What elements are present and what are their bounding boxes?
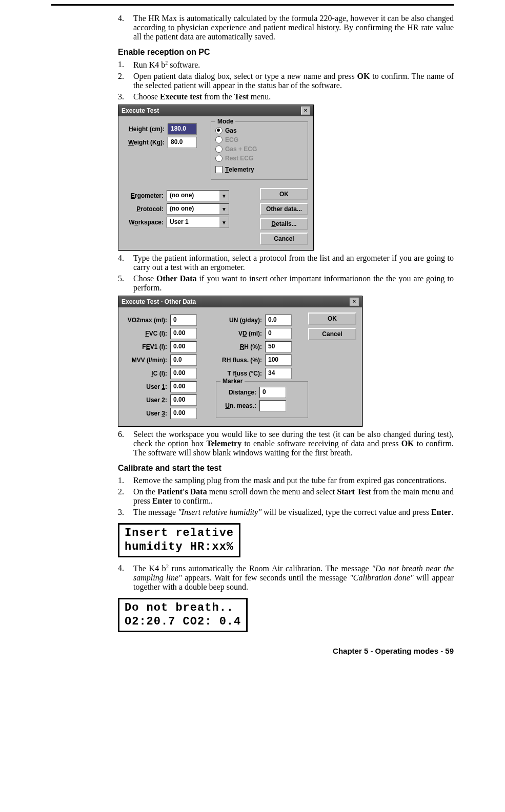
execute-test-other-data-dialog: Execute Test - Other Data × VO2max (ml):… <box>118 296 362 427</box>
user3-label: User 3: <box>124 410 167 417</box>
weight-input[interactable]: 80.0 <box>168 137 197 148</box>
list-number: 2. <box>118 72 133 90</box>
user1-label: User 1: <box>124 383 167 390</box>
close-icon[interactable]: × <box>350 298 359 306</box>
list-item: 4. Type the patient information, select … <box>118 254 454 272</box>
list-item: 3. Choose Execute test from the Test men… <box>118 92 454 101</box>
dialog-title: Execute Test - Other Data <box>122 298 196 305</box>
workspace-combo[interactable]: User 1▼ <box>167 217 229 228</box>
list-number: 5. <box>118 274 133 293</box>
protocol-combo[interactable]: (no one)▼ <box>167 203 229 215</box>
distance-input[interactable]: 0 <box>259 387 286 398</box>
vd-input[interactable]: 0 <box>265 328 292 339</box>
list-text: On the Patient's Data menu scroll down t… <box>133 487 454 506</box>
list-number: 1. <box>118 476 133 485</box>
list-item: 2. Open patient data dialog box, select … <box>118 72 454 90</box>
rhfluss-input[interactable]: 100 <box>265 355 292 366</box>
list-text: Type the patient information, select a p… <box>133 254 454 272</box>
list-number: 1. <box>118 60 133 70</box>
lcd-line: Do not breath.. <box>125 601 241 615</box>
weight-label: Weight (Kg): <box>124 139 165 146</box>
user2-input[interactable]: 0.00 <box>170 394 197 406</box>
list-text: Chose Other Data if you want to insert o… <box>133 274 454 293</box>
marker-group: Marker Distance:0 Un. meas.: <box>216 381 308 418</box>
ic-input[interactable]: 0.00 <box>170 368 197 379</box>
rh-label: RH (%): <box>216 343 262 350</box>
fvc-input[interactable]: 0.00 <box>170 328 197 339</box>
height-input[interactable]: 180.0 <box>168 123 197 135</box>
lcd-display: Insert relative humidity HR:xx% <box>118 523 240 557</box>
vo2max-label: VO2max (ml): <box>124 317 167 324</box>
telemetry-check[interactable]: Telemetry <box>215 166 304 173</box>
mvv-input[interactable]: 0.0 <box>170 355 197 366</box>
heading-calibrate: Calibrate and start the test <box>118 464 454 473</box>
list-item: 4. The HR Max is automatically calculate… <box>118 14 454 41</box>
list-number: 3. <box>118 92 133 101</box>
radio-gas-ecg: Gas + ECG <box>215 145 304 153</box>
list-item: 3. The message "Insert relative humidity… <box>118 508 454 517</box>
fev1-input[interactable]: 0.00 <box>170 341 197 352</box>
cancel-button[interactable]: Cancel <box>308 328 356 340</box>
ergometer-combo[interactable]: (no one)▼ <box>167 190 229 201</box>
rh-input[interactable]: 50 <box>265 341 292 352</box>
mode-legend: Mode <box>215 118 235 125</box>
details-button[interactable]: Details... <box>260 218 308 230</box>
radio-ecg: ECG <box>215 136 304 143</box>
list-item: 4. The K4 b2 runs automatically the Room… <box>118 564 454 592</box>
dialog-title: Execute Test <box>122 107 159 114</box>
ok-button[interactable]: OK <box>308 313 356 325</box>
chevron-down-icon: ▼ <box>219 204 229 214</box>
list-number: 4. <box>118 14 133 41</box>
content-column: 4. The HR Max is automatically calculate… <box>118 14 454 636</box>
user3-input[interactable]: 0.00 <box>170 408 197 419</box>
ic-label: IC (l): <box>124 370 167 377</box>
mvv-label: MVV (l/min): <box>124 357 167 364</box>
marker-legend: Marker <box>220 378 245 385</box>
tfluss-input[interactable]: 34 <box>265 368 292 379</box>
cancel-button[interactable]: Cancel <box>260 233 308 245</box>
page-footer: Chapter 5 - Operating modes - 59 <box>51 647 454 655</box>
close-icon[interactable]: × <box>301 107 310 115</box>
radio-gas[interactable]: Gas <box>215 127 304 134</box>
dialog-body: HHeight (cm):eight (cm):180.0 Weight (Kg… <box>118 116 313 250</box>
list-text: Run K4 b2 software. <box>133 60 454 70</box>
list-text: The K4 b2 runs automatically the Room Ai… <box>133 564 454 592</box>
user2-label: User 2: <box>124 397 167 404</box>
list-text: The message "Insert relative humidity" w… <box>133 508 454 517</box>
vd-label: VD (ml): <box>216 330 262 337</box>
lcd-display: Do not breath.. O2:20.7 CO2: 0.4 <box>118 598 248 632</box>
rhfluss-label: RH fluss. (%): <box>216 357 262 364</box>
lcd-line: Insert relative <box>125 527 234 540</box>
list-text: Remove the sampling plug from the mask a… <box>133 476 454 485</box>
list-item: 1. Remove the sampling plug from the mas… <box>118 476 454 485</box>
list-number: 4. <box>118 564 133 592</box>
unmeas-input[interactable] <box>259 400 286 411</box>
list-number: 4. <box>118 254 133 272</box>
user1-input[interactable]: 0.00 <box>170 381 197 392</box>
un-label: UN (g/day): <box>216 317 262 324</box>
vo2max-input[interactable]: 0 <box>170 315 197 326</box>
workspace-label: Workspace: <box>124 219 164 226</box>
un-input[interactable]: 0.0 <box>265 315 292 326</box>
top-rule <box>51 4 454 6</box>
ok-button[interactable]: OK <box>260 188 308 200</box>
other-data-button[interactable]: Other data... <box>260 203 308 215</box>
chevron-down-icon: ▼ <box>219 217 229 227</box>
list-text: Open patient data dialog box, select or … <box>133 72 454 90</box>
list-number: 3. <box>118 508 133 517</box>
radio-rest-ecg: Rest ECG <box>215 155 304 162</box>
tfluss-label: T fluss (°C): <box>216 370 262 377</box>
list-item: 5. Chose Other Data if you want to inser… <box>118 274 454 293</box>
lcd-line: O2:20.7 CO2: 0.4 <box>125 615 241 629</box>
list-number: 6. <box>118 430 133 457</box>
height-label: HHeight (cm):eight (cm): <box>124 126 165 133</box>
execute-test-dialog: Execute Test × HHeight (cm):eight (cm):1… <box>118 105 314 251</box>
ergometer-label: Ergometer: <box>124 192 164 199</box>
unmeas-label: Un. meas.: <box>220 402 256 409</box>
mode-group: Mode Gas ECG Gas + ECG Rest ECG Telemetr… <box>211 121 308 180</box>
titlebar: Execute Test × <box>118 105 313 116</box>
heading-enable-reception: Enable reception on PC <box>118 48 454 57</box>
list-item: 1. Run K4 b2 software. <box>118 60 454 70</box>
list-item: 6. Select the workspace you would like t… <box>118 430 454 457</box>
list-text: The HR Max is automatically calculated b… <box>133 14 454 41</box>
